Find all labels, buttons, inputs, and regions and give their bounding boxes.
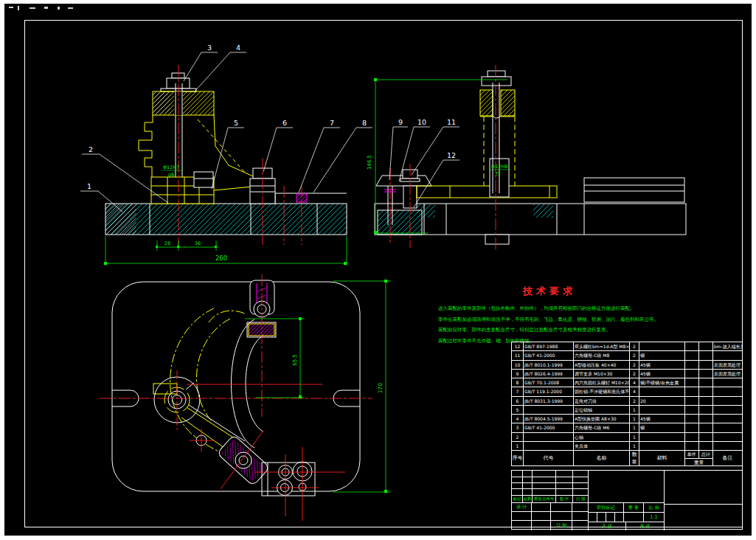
side-view: Φ12H8 f7 146.5 bbox=[367, 65, 686, 251]
tb-count: 处数 bbox=[523, 496, 533, 503]
svg-text:7: 7 bbox=[330, 119, 334, 127]
tech-req-title: 技术要求 bbox=[438, 285, 661, 298]
technical-requirements: 技术要求 进入装配的零件及部件（包括外购件、外协件），均须具有检验部门的合格证方… bbox=[438, 285, 661, 346]
tb-change-file: 更改文件号 bbox=[533, 496, 556, 503]
plan-view: 65.5 170 bbox=[100, 274, 391, 521]
dim-side-height: 146.5 bbox=[367, 155, 372, 170]
tb-date: 日 期 bbox=[573, 496, 589, 503]
bom-row: 2心轴1 bbox=[512, 432, 742, 441]
dim-plan-offset: 65.5 bbox=[292, 354, 298, 366]
balloon-8: 8 bbox=[313, 119, 372, 193]
tb-scale-value: 1:1 bbox=[644, 513, 665, 522]
title-block: 标记 处数 更改文件号 签 字 日 期 设 计 日 期 阶段标记 重 量 比 例… bbox=[511, 470, 743, 530]
dim-plan-height: 170 bbox=[377, 383, 384, 394]
front-view: 260 28 36 Φ12H7 g6 bbox=[104, 65, 347, 266]
svg-text:9: 9 bbox=[398, 118, 403, 126]
svg-text:4: 4 bbox=[236, 44, 240, 52]
bom-row: 6JB/T 8031.3-1999直角对刀块220 bbox=[512, 396, 742, 405]
bom-row: 9JB/T 8026.4-1999调节支承 M10×30245钢表面发黑处理 bbox=[512, 369, 742, 378]
tb-sheets-total: 共 张 bbox=[589, 522, 626, 530]
balloon-11: 11 bbox=[412, 118, 460, 175]
dim-front-pitch-a: 28 bbox=[164, 240, 170, 246]
balloon-6: 6 bbox=[263, 119, 293, 172]
balloon-4: 4 bbox=[194, 44, 246, 92]
svg-text:1: 1 bbox=[87, 182, 91, 190]
dim-front-width: 260 bbox=[215, 255, 227, 262]
svg-text:6: 6 bbox=[282, 119, 287, 127]
balloon-7: 7 bbox=[299, 119, 340, 193]
bom-row: 1夹具体1 bbox=[512, 441, 742, 450]
tb-stage: 阶段标记 bbox=[589, 503, 624, 513]
bom-row: 10JB/T 8010.1-1999A型移动压板 40×40245钢表面发黑处理 bbox=[512, 360, 742, 369]
svg-text:5: 5 bbox=[234, 119, 238, 127]
balloon-3: 3 bbox=[184, 44, 218, 81]
svg-text:8: 8 bbox=[362, 119, 367, 127]
tb-date2: 日 期 bbox=[551, 521, 572, 530]
svg-text:12: 12 bbox=[447, 151, 456, 159]
bom-row: 11GB/T 41-2000六角螺母-C级 M82钢 bbox=[512, 350, 742, 359]
tb-mark: 标记 bbox=[512, 496, 523, 503]
svg-text:10: 10 bbox=[417, 118, 426, 126]
bom-row: 3GB/T 41-2000六角螺母-C级 M61钢 bbox=[512, 423, 742, 432]
tb-sheet-no: 第 张 bbox=[626, 522, 665, 530]
bom-row: 4JB/T 8004.5-1999A型快换垫圈 A8×30145钢 bbox=[512, 414, 742, 423]
tech-req-line: 进入装配的零件及部件（包括外购件、外协件），均须具有检验部门的合格证方能进行装配… bbox=[438, 303, 661, 314]
svg-text:3: 3 bbox=[207, 44, 212, 52]
dim-front-pitch-b: 36 bbox=[195, 240, 201, 246]
fit-front-numerator: Φ12H7 bbox=[163, 165, 179, 170]
tech-req-line: 装配前应对零、部件的主要配合尺寸，特别是过盈配合尺寸及相关精度进行复查。 bbox=[438, 325, 661, 336]
bom-row: 12GB/T 897-1988双头螺柱bm=1d-A型 M8×402bm-旋入端… bbox=[512, 342, 742, 350]
bom-weight-header: 单件总计 重量 bbox=[685, 451, 713, 465]
tb-scale: 比 例 bbox=[644, 503, 665, 513]
fit-front-denominator: g6 bbox=[168, 172, 174, 178]
tb-weight: 重 量 bbox=[624, 503, 644, 513]
tb-design: 设 计 bbox=[512, 503, 532, 512]
bom-row: 5定位销轴1 bbox=[512, 405, 742, 414]
svg-text:2: 2 bbox=[89, 145, 93, 153]
tb-sign: 签 字 bbox=[556, 496, 573, 503]
bom-row: 7GB/T 119.1-2000圆柱销-不淬硬钢和奥氏体不锈钢 6×304 bbox=[512, 387, 742, 395]
bom-header: 序号 代号 名称 数量 材料 单件总计 重量 备注 bbox=[512, 450, 742, 466]
svg-text:11: 11 bbox=[447, 118, 456, 126]
tech-req-line: 零件在装配前必须清理和清洗干净，不得有毛刺、飞边、氧化皮、锈蚀、切屑、油污、着色… bbox=[438, 314, 661, 325]
bom-row: 8GB/T 70.1-2008内六角圆柱头螺钉 M10×204钢/不锈钢/有色金… bbox=[512, 378, 742, 387]
balloon-5: 5 bbox=[212, 119, 244, 189]
drawing-canvas: 260 28 36 Φ12H7 g6 bbox=[4, 4, 752, 536]
bom-table: 12GB/T 897-1988双头螺柱bm=1d-A型 M8×402bm-旋入端… bbox=[511, 342, 743, 466]
fit-side-numerator: Φ12H8 bbox=[491, 164, 507, 170]
fit-side-denominator: f7 bbox=[496, 171, 500, 177]
